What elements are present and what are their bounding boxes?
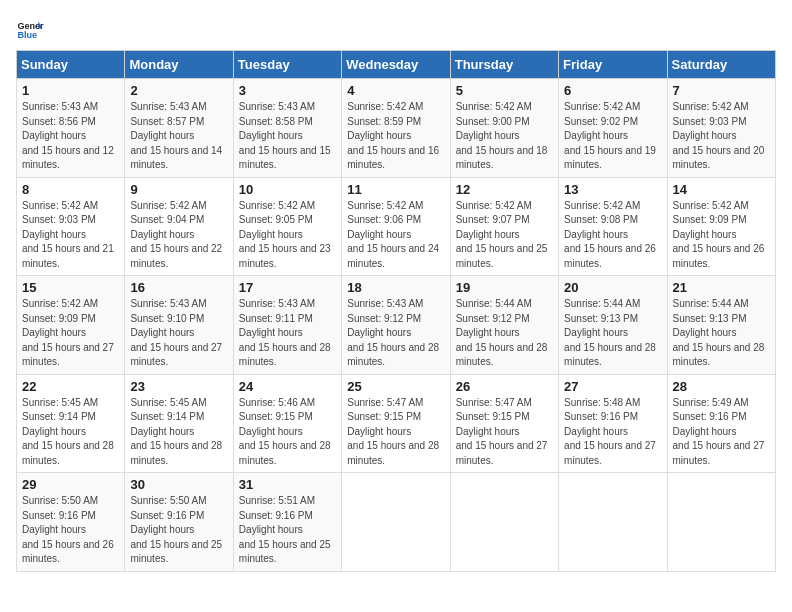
calendar-cell: 16 Sunrise: 5:43 AMSunset: 9:10 PMDaylig… xyxy=(125,276,233,375)
calendar-week-row: 29 Sunrise: 5:50 AMSunset: 9:16 PMDaylig… xyxy=(17,473,776,572)
calendar-cell: 27 Sunrise: 5:48 AMSunset: 9:16 PMDaylig… xyxy=(559,374,667,473)
day-info: Sunrise: 5:50 AMSunset: 9:16 PMDaylight … xyxy=(130,495,222,564)
weekday-header-row: SundayMondayTuesdayWednesdayThursdayFrid… xyxy=(17,51,776,79)
calendar-cell: 11 Sunrise: 5:42 AMSunset: 9:06 PMDaylig… xyxy=(342,177,450,276)
calendar-cell: 30 Sunrise: 5:50 AMSunset: 9:16 PMDaylig… xyxy=(125,473,233,572)
day-number: 26 xyxy=(456,379,553,394)
weekday-header: Friday xyxy=(559,51,667,79)
day-info: Sunrise: 5:46 AMSunset: 9:15 PMDaylight … xyxy=(239,397,331,466)
day-info: Sunrise: 5:45 AMSunset: 9:14 PMDaylight … xyxy=(130,397,222,466)
calendar-cell: 21 Sunrise: 5:44 AMSunset: 9:13 PMDaylig… xyxy=(667,276,775,375)
day-number: 4 xyxy=(347,83,444,98)
calendar-cell: 10 Sunrise: 5:42 AMSunset: 9:05 PMDaylig… xyxy=(233,177,341,276)
day-info: Sunrise: 5:42 AMSunset: 9:03 PMDaylight … xyxy=(22,200,114,269)
calendar-cell: 20 Sunrise: 5:44 AMSunset: 9:13 PMDaylig… xyxy=(559,276,667,375)
day-info: Sunrise: 5:43 AMSunset: 8:58 PMDaylight … xyxy=(239,101,331,170)
day-info: Sunrise: 5:43 AMSunset: 9:11 PMDaylight … xyxy=(239,298,331,367)
calendar-cell: 7 Sunrise: 5:42 AMSunset: 9:03 PMDayligh… xyxy=(667,79,775,178)
day-number: 5 xyxy=(456,83,553,98)
calendar-cell: 2 Sunrise: 5:43 AMSunset: 8:57 PMDayligh… xyxy=(125,79,233,178)
day-info: Sunrise: 5:42 AMSunset: 9:05 PMDaylight … xyxy=(239,200,331,269)
day-number: 7 xyxy=(673,83,770,98)
svg-text:Blue: Blue xyxy=(17,30,37,40)
day-number: 20 xyxy=(564,280,661,295)
day-number: 8 xyxy=(22,182,119,197)
weekday-header: Wednesday xyxy=(342,51,450,79)
day-info: Sunrise: 5:42 AMSunset: 9:08 PMDaylight … xyxy=(564,200,656,269)
day-info: Sunrise: 5:42 AMSunset: 9:09 PMDaylight … xyxy=(22,298,114,367)
day-number: 6 xyxy=(564,83,661,98)
day-number: 2 xyxy=(130,83,227,98)
calendar-cell: 28 Sunrise: 5:49 AMSunset: 9:16 PMDaylig… xyxy=(667,374,775,473)
day-number: 16 xyxy=(130,280,227,295)
logo: General Blue xyxy=(16,16,44,44)
logo-icon: General Blue xyxy=(16,16,44,44)
calendar-week-row: 8 Sunrise: 5:42 AMSunset: 9:03 PMDayligh… xyxy=(17,177,776,276)
day-info: Sunrise: 5:42 AMSunset: 8:59 PMDaylight … xyxy=(347,101,439,170)
calendar-week-row: 1 Sunrise: 5:43 AMSunset: 8:56 PMDayligh… xyxy=(17,79,776,178)
day-info: Sunrise: 5:44 AMSunset: 9:12 PMDaylight … xyxy=(456,298,548,367)
day-number: 17 xyxy=(239,280,336,295)
day-number: 31 xyxy=(239,477,336,492)
day-number: 23 xyxy=(130,379,227,394)
calendar-cell: 5 Sunrise: 5:42 AMSunset: 9:00 PMDayligh… xyxy=(450,79,558,178)
day-info: Sunrise: 5:42 AMSunset: 9:02 PMDaylight … xyxy=(564,101,656,170)
day-number: 18 xyxy=(347,280,444,295)
day-number: 3 xyxy=(239,83,336,98)
calendar-cell xyxy=(559,473,667,572)
calendar-cell: 17 Sunrise: 5:43 AMSunset: 9:11 PMDaylig… xyxy=(233,276,341,375)
calendar-cell: 3 Sunrise: 5:43 AMSunset: 8:58 PMDayligh… xyxy=(233,79,341,178)
day-info: Sunrise: 5:42 AMSunset: 9:06 PMDaylight … xyxy=(347,200,439,269)
day-info: Sunrise: 5:43 AMSunset: 8:56 PMDaylight … xyxy=(22,101,114,170)
day-number: 30 xyxy=(130,477,227,492)
day-info: Sunrise: 5:43 AMSunset: 8:57 PMDaylight … xyxy=(130,101,222,170)
day-info: Sunrise: 5:47 AMSunset: 9:15 PMDaylight … xyxy=(456,397,548,466)
day-number: 12 xyxy=(456,182,553,197)
calendar-cell: 6 Sunrise: 5:42 AMSunset: 9:02 PMDayligh… xyxy=(559,79,667,178)
calendar-cell: 26 Sunrise: 5:47 AMSunset: 9:15 PMDaylig… xyxy=(450,374,558,473)
weekday-header: Saturday xyxy=(667,51,775,79)
calendar-cell: 19 Sunrise: 5:44 AMSunset: 9:12 PMDaylig… xyxy=(450,276,558,375)
day-info: Sunrise: 5:42 AMSunset: 9:00 PMDaylight … xyxy=(456,101,548,170)
day-number: 1 xyxy=(22,83,119,98)
day-info: Sunrise: 5:44 AMSunset: 9:13 PMDaylight … xyxy=(673,298,765,367)
day-info: Sunrise: 5:44 AMSunset: 9:13 PMDaylight … xyxy=(564,298,656,367)
page-header: General Blue xyxy=(16,16,776,44)
calendar-cell: 9 Sunrise: 5:42 AMSunset: 9:04 PMDayligh… xyxy=(125,177,233,276)
day-number: 10 xyxy=(239,182,336,197)
calendar-week-row: 15 Sunrise: 5:42 AMSunset: 9:09 PMDaylig… xyxy=(17,276,776,375)
day-number: 9 xyxy=(130,182,227,197)
calendar-cell: 8 Sunrise: 5:42 AMSunset: 9:03 PMDayligh… xyxy=(17,177,125,276)
day-info: Sunrise: 5:49 AMSunset: 9:16 PMDaylight … xyxy=(673,397,765,466)
day-number: 15 xyxy=(22,280,119,295)
weekday-header: Tuesday xyxy=(233,51,341,79)
calendar-cell: 31 Sunrise: 5:51 AMSunset: 9:16 PMDaylig… xyxy=(233,473,341,572)
day-info: Sunrise: 5:50 AMSunset: 9:16 PMDaylight … xyxy=(22,495,114,564)
calendar-cell: 22 Sunrise: 5:45 AMSunset: 9:14 PMDaylig… xyxy=(17,374,125,473)
day-number: 29 xyxy=(22,477,119,492)
day-info: Sunrise: 5:42 AMSunset: 9:09 PMDaylight … xyxy=(673,200,765,269)
day-number: 25 xyxy=(347,379,444,394)
calendar-cell: 24 Sunrise: 5:46 AMSunset: 9:15 PMDaylig… xyxy=(233,374,341,473)
calendar-cell: 13 Sunrise: 5:42 AMSunset: 9:08 PMDaylig… xyxy=(559,177,667,276)
day-info: Sunrise: 5:43 AMSunset: 9:12 PMDaylight … xyxy=(347,298,439,367)
calendar-cell: 12 Sunrise: 5:42 AMSunset: 9:07 PMDaylig… xyxy=(450,177,558,276)
day-number: 27 xyxy=(564,379,661,394)
day-info: Sunrise: 5:42 AMSunset: 9:07 PMDaylight … xyxy=(456,200,548,269)
day-info: Sunrise: 5:45 AMSunset: 9:14 PMDaylight … xyxy=(22,397,114,466)
day-number: 11 xyxy=(347,182,444,197)
calendar-cell: 23 Sunrise: 5:45 AMSunset: 9:14 PMDaylig… xyxy=(125,374,233,473)
day-info: Sunrise: 5:43 AMSunset: 9:10 PMDaylight … xyxy=(130,298,222,367)
day-info: Sunrise: 5:42 AMSunset: 9:04 PMDaylight … xyxy=(130,200,222,269)
day-number: 21 xyxy=(673,280,770,295)
calendar-cell: 1 Sunrise: 5:43 AMSunset: 8:56 PMDayligh… xyxy=(17,79,125,178)
day-number: 22 xyxy=(22,379,119,394)
calendar-cell xyxy=(342,473,450,572)
day-number: 24 xyxy=(239,379,336,394)
calendar-cell: 18 Sunrise: 5:43 AMSunset: 9:12 PMDaylig… xyxy=(342,276,450,375)
calendar-cell xyxy=(450,473,558,572)
calendar-week-row: 22 Sunrise: 5:45 AMSunset: 9:14 PMDaylig… xyxy=(17,374,776,473)
day-info: Sunrise: 5:47 AMSunset: 9:15 PMDaylight … xyxy=(347,397,439,466)
weekday-header: Thursday xyxy=(450,51,558,79)
day-info: Sunrise: 5:51 AMSunset: 9:16 PMDaylight … xyxy=(239,495,331,564)
